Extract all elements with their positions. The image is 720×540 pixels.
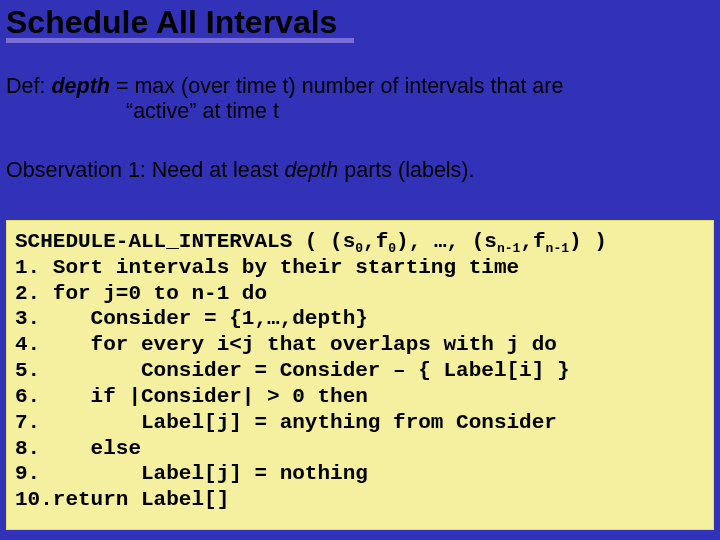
obs-prefix: Observation 1: Need at least [6, 158, 284, 182]
obs-term: depth [284, 158, 338, 182]
title-block: Schedule All Intervals [6, 4, 354, 43]
code-head-d: ,f [520, 230, 545, 253]
definition-line-2: “active” at time t [6, 99, 706, 124]
code-line-8: 8. else [15, 437, 141, 460]
slide-title: Schedule All Intervals [6, 4, 354, 41]
observation-block: Observation 1: Need at least depth parts… [6, 158, 706, 184]
code-sub-n1a: n-1 [497, 241, 520, 256]
code-sub-n1b: n-1 [546, 241, 569, 256]
code-sub-0b: 0 [388, 241, 396, 256]
code-line-9: 9. Label[j] = nothing [15, 462, 368, 485]
code-line-10: 10.return Label[] [15, 488, 229, 511]
code-sub-0a: 0 [355, 241, 363, 256]
code-line-2: 2. for j=0 to n-1 do [15, 282, 267, 305]
code-line-6: 6. if |Consider| > 0 then [15, 385, 368, 408]
code-head-c: ), …, (s [396, 230, 497, 253]
code-line-5: 5. Consider = Consider – { Label[i] } [15, 359, 570, 382]
code-head-e: ) ) [569, 230, 607, 253]
code-line-4: 4. for every i<j that overlaps with j do [15, 333, 557, 356]
code-line-3: 3. Consider = {1,…,depth} [15, 307, 368, 330]
code-line-1: 1. Sort intervals by their starting time [15, 256, 519, 279]
code-head-a: SCHEDULE-ALL_INTERVALS ( (s [15, 230, 355, 253]
def-term: depth [51, 74, 110, 98]
def-prefix: Def: [6, 74, 51, 98]
pseudocode: SCHEDULE-ALL_INTERVALS ( (s0,f0), …, (sn… [15, 229, 705, 513]
def-eq: = max (over time t) number of intervals … [110, 74, 563, 98]
code-line-7: 7. Label[j] = anything from Consider [15, 411, 557, 434]
obs-suffix: parts (labels). [338, 158, 474, 182]
definition-block: Def: depth = max (over time t) number of… [6, 74, 706, 123]
pseudocode-box: SCHEDULE-ALL_INTERVALS ( (s0,f0), …, (sn… [6, 220, 714, 530]
code-head-b: ,f [363, 230, 388, 253]
definition-line-1: Def: depth = max (over time t) number of… [6, 74, 706, 99]
slide: Schedule All Intervals Def: depth = max … [0, 0, 720, 540]
